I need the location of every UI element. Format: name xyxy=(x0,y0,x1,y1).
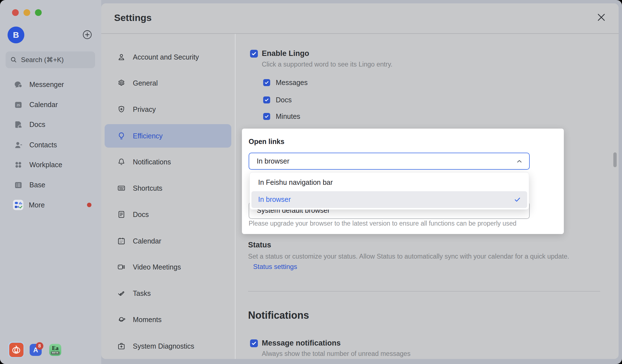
message-notifications-row: Message notifications xyxy=(250,339,341,348)
ea-label: Ea xyxy=(52,345,58,351)
nav-label: Tasks xyxy=(133,289,151,297)
keyboard-icon xyxy=(117,184,126,192)
user-icon xyxy=(117,53,126,61)
settings-nav-shortcuts[interactable]: Shortcuts xyxy=(105,176,231,200)
settings-modal: Settings Account and Security xyxy=(101,3,619,359)
traffic-light-minimize[interactable] xyxy=(23,9,30,16)
sidebar-item-calendar[interactable]: 25 Calendar xyxy=(0,94,101,115)
close-icon[interactable] xyxy=(596,12,606,22)
sidebar-item-base[interactable]: Base xyxy=(0,175,101,195)
status-section-title: Status xyxy=(248,241,271,249)
settings-nav-docs[interactable]: Docs xyxy=(105,203,231,226)
dock-app-pumpkin[interactable] xyxy=(8,342,24,358)
dock-a-badge: 8 xyxy=(36,342,43,350)
message-notifications-checkbox[interactable] xyxy=(250,339,258,347)
message-notifications-description: Always show the total number of unread m… xyxy=(262,351,411,357)
base-table-icon xyxy=(14,181,23,189)
nav-label: Video Meetings xyxy=(133,263,181,271)
nav-label: Efficiency xyxy=(133,132,163,140)
shield-plus-icon xyxy=(117,105,126,114)
pumpkin-icon xyxy=(9,343,23,357)
settings-nav-general[interactable]: General xyxy=(105,71,231,95)
sidebar-item-label: Calendar xyxy=(29,101,58,109)
messages-label: Messages xyxy=(276,79,308,87)
nav-label: System Diagnostics xyxy=(133,342,194,350)
sidebar-item-messenger[interactable]: Messenger xyxy=(0,74,101,94)
settings-nav-tasks[interactable]: Tasks xyxy=(105,282,231,305)
nav-label: Docs xyxy=(133,211,149,219)
ea-beta-badge: BETA xyxy=(51,351,60,354)
settings-nav-account-and-security[interactable]: Account and Security xyxy=(105,45,231,69)
first-aid-kit-icon xyxy=(117,342,126,350)
checkmark-icon xyxy=(514,196,521,203)
option-label: In browser xyxy=(258,195,291,204)
minutes-checkbox[interactable] xyxy=(263,113,270,120)
calendar-25-icon: 25 xyxy=(14,100,23,109)
lingo-messages-row: Messages xyxy=(263,79,308,87)
contacts-person-icon xyxy=(14,141,23,149)
dropdown-option-in-browser[interactable]: In browser xyxy=(251,191,527,208)
status-description: Set a status or customize your status. A… xyxy=(248,253,569,260)
settings-nav-efficiency[interactable]: Efficiency xyxy=(105,124,231,148)
nav-content-divider xyxy=(235,34,235,359)
scrollbar-thumb[interactable] xyxy=(613,152,617,167)
task-check-icon xyxy=(117,289,126,297)
docs-label: Docs xyxy=(276,96,292,104)
sidebar-item-more[interactable]: More xyxy=(0,195,101,215)
lingo-docs-row: Docs xyxy=(263,96,292,104)
nav-label: Calendar xyxy=(133,237,161,245)
option-label: In Feishu navigation bar xyxy=(258,178,333,186)
traffic-light-zoom[interactable] xyxy=(35,9,42,16)
settings-nav-calendar[interactable]: Calendar xyxy=(105,229,231,253)
search-icon xyxy=(10,56,17,63)
nav-label: Account and Security xyxy=(133,53,199,61)
dropdown-option-in-feishu-navigation-bar[interactable]: In Feishu navigation bar xyxy=(251,174,527,191)
settings-nav-moments[interactable]: Moments xyxy=(105,308,231,331)
sidebar-item-label: Messenger xyxy=(29,81,64,89)
sidebar-item-label: More xyxy=(29,201,45,209)
search-placeholder: Search (⌘+K) xyxy=(21,56,64,64)
app-window: B Search (⌘+K) xyxy=(0,0,622,364)
enable-lingo-description: Click a supported word to see its Lingo … xyxy=(262,61,392,68)
enable-lingo-checkbox[interactable] xyxy=(250,50,258,58)
messages-checkbox[interactable] xyxy=(263,79,270,86)
planet-icon xyxy=(117,315,126,324)
open-links-value: In browser xyxy=(257,157,289,165)
dock-app-ea[interactable]: Ea BETA xyxy=(49,344,61,356)
settings-nav-privacy[interactable]: Privacy xyxy=(105,98,231,121)
search-input[interactable]: Search (⌘+K) xyxy=(6,51,95,68)
status-settings-link[interactable]: Status settings xyxy=(253,263,297,270)
screen: B Search (⌘+K) xyxy=(0,0,622,364)
avatar-letter: B xyxy=(13,30,19,40)
nav-label: Notifications xyxy=(133,158,171,166)
nav-label: Privacy xyxy=(133,105,156,114)
sidebar-item-contacts[interactable]: Contacts xyxy=(0,135,101,155)
svg-text:25: 25 xyxy=(17,103,20,107)
lingo-minutes-row: Minutes xyxy=(263,112,300,120)
nav-label: Shortcuts xyxy=(133,184,162,192)
avatar[interactable]: B xyxy=(8,27,24,43)
settings-nav-notifications[interactable]: Notifications xyxy=(105,150,231,174)
browser-upgrade-hint: Please upgrade your browser to the lates… xyxy=(249,220,517,227)
minutes-label: Minutes xyxy=(276,112,300,120)
enable-lingo-label: Enable Lingo xyxy=(262,49,309,58)
settings-nav-system-diagnostics[interactable]: System Diagnostics xyxy=(105,334,231,358)
docs-checkbox[interactable] xyxy=(263,96,270,103)
traffic-light-close[interactable] xyxy=(12,9,19,16)
workplace-grid-icon xyxy=(14,160,23,169)
sidebar-item-workplace[interactable]: Workplace xyxy=(0,155,101,175)
calendar-icon xyxy=(117,237,126,245)
nav-label: General xyxy=(133,79,158,87)
open-links-select[interactable]: In browser xyxy=(249,153,530,170)
messenger-chat-icon xyxy=(14,80,23,89)
header-divider xyxy=(101,33,619,34)
add-plus-icon[interactable] xyxy=(83,30,92,39)
sidebar-item-docs[interactable]: Docs xyxy=(0,114,101,134)
settings-nav-video-meetings[interactable]: Video Meetings xyxy=(105,255,231,279)
nav-label: Moments xyxy=(133,316,162,324)
app-sidebar: B Search (⌘+K) xyxy=(0,0,101,364)
open-links-label: Open links xyxy=(249,138,284,145)
bell-icon xyxy=(117,158,126,166)
section-divider xyxy=(248,291,600,292)
settings-title: Settings xyxy=(114,13,152,22)
